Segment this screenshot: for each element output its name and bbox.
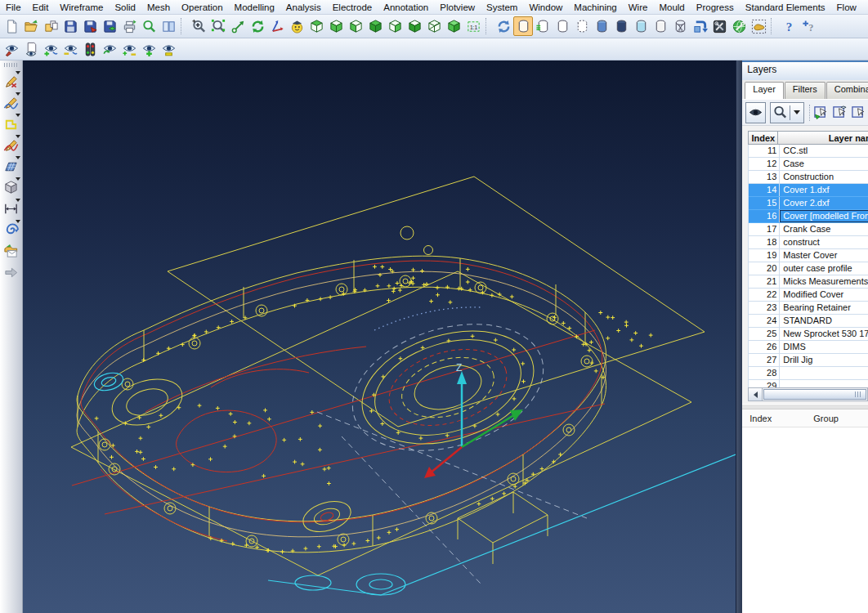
zoom-extents-button[interactable] [228, 16, 248, 36]
sketch-edit-button[interactable] [1, 70, 20, 92]
table-row[interactable]: 16Cover [modelled From [749, 210, 868, 223]
menu-wireframe[interactable]: Wireframe [54, 2, 109, 13]
table-row[interactable]: 17Crank Case [749, 223, 868, 236]
measure-axes-button[interactable] [267, 16, 287, 36]
tab-filters[interactable]: Filters [785, 82, 825, 99]
split-view-button[interactable] [159, 16, 178, 36]
menu-edit[interactable]: Edit [27, 2, 55, 13]
curve-edit-button[interactable] [1, 134, 20, 155]
scrollbar-thumb[interactable] [763, 389, 866, 400]
view-cube-section-button[interactable] [424, 16, 444, 36]
regenerate-button[interactable] [248, 16, 267, 36]
save-solid-button[interactable] [100, 16, 119, 36]
column-header-index[interactable]: Index [748, 131, 778, 145]
menu-electrode[interactable]: Electrode [327, 2, 378, 13]
view-cube-solid-button[interactable] [365, 16, 385, 36]
cylinder-light-button[interactable] [631, 16, 651, 36]
tab-layer[interactable]: Layer [745, 82, 784, 99]
cylinder-dark-button[interactable] [611, 16, 631, 36]
view-cube-bottom-button[interactable] [326, 16, 346, 36]
table-row[interactable]: 26DIMS [749, 341, 868, 354]
table-row[interactable]: 22Modified Cover [749, 289, 868, 302]
surface-grid-button[interactable] [1, 155, 20, 177]
menu-solid[interactable]: Solid [109, 2, 141, 13]
table-row[interactable]: 13Construction [749, 171, 868, 184]
menu-flow[interactable]: Flow [831, 2, 862, 13]
table-row[interactable]: 27Drill Jig [749, 354, 868, 367]
view-cube-left-button[interactable] [346, 16, 365, 36]
menu-file[interactable]: File [0, 2, 27, 13]
menu-mesh[interactable]: Mesh [141, 2, 176, 13]
group-splitter[interactable] [742, 404, 868, 409]
table-row[interactable]: 19Master Cover [749, 249, 868, 262]
panel-splitter[interactable] [736, 60, 742, 613]
tab-combinations[interactable]: Combinations [826, 82, 868, 99]
print-button[interactable] [119, 16, 139, 36]
menu-machining[interactable]: Machining [568, 2, 622, 13]
cylinder-blue-button[interactable] [592, 16, 611, 36]
view-cube-top-button[interactable] [306, 16, 326, 36]
table-row[interactable]: 18construct [749, 236, 868, 249]
folder-send-button[interactable] [1, 240, 20, 262]
cylinder-wireframe-button[interactable] [670, 16, 690, 36]
menu-progress[interactable]: Progress [691, 2, 740, 13]
open-copy-button[interactable] [41, 16, 60, 36]
grab-selection-button[interactable] [749, 16, 768, 36]
zoom-window-button[interactable] [208, 16, 228, 36]
menu-system[interactable]: System [481, 2, 523, 13]
zoom-in-button[interactable] [189, 16, 208, 36]
table-row[interactable]: 24STANDARD [749, 315, 868, 328]
document-eye-button[interactable] [21, 39, 41, 59]
profile-rect-button[interactable] [1, 113, 20, 134]
zoom-1-1-button[interactable]: 1:1 [463, 16, 483, 36]
view-cube-dark-button[interactable] [405, 16, 424, 36]
save-as-button[interactable] [80, 16, 100, 36]
eye-refresh-button[interactable] [100, 39, 119, 59]
select-visible-button[interactable] [832, 103, 848, 123]
swirl-curve-button[interactable] [1, 219, 20, 240]
select-add-button[interactable] [813, 103, 829, 123]
menu-plotview[interactable]: Plotview [434, 2, 481, 13]
eye-minus-button[interactable] [159, 39, 178, 59]
system-tools-button[interactable] [709, 16, 729, 36]
column-header-layer-name[interactable]: Layer name [778, 131, 868, 145]
cylinder-dashed-button[interactable] [572, 16, 592, 36]
eye-remove-link-button[interactable] [60, 39, 80, 59]
web-tools-button[interactable] [729, 16, 749, 36]
group-table-body[interactable] [742, 427, 868, 613]
view-cube-shaded-button[interactable] [444, 16, 463, 36]
toolbar-grip[interactable] [4, 63, 17, 67]
select-filter-button[interactable] [851, 103, 866, 123]
cylinder-list-button[interactable] [533, 16, 553, 36]
menu-standard-elements[interactable]: Standard Elements [740, 2, 831, 13]
table-row[interactable]: 12Case [749, 158, 868, 171]
group-column-group[interactable]: Group [813, 414, 839, 423]
table-row[interactable]: 15Cover 2.dxf [749, 197, 868, 210]
eye-paint-button[interactable] [2, 39, 21, 59]
table-row[interactable]: 11CC.stl [749, 145, 868, 158]
eye-plus-button[interactable] [139, 39, 159, 59]
open-file-button[interactable] [21, 16, 41, 36]
cylinder-plain-button[interactable] [651, 16, 670, 36]
table-row[interactable]: 14Cover 1.dxf [749, 184, 868, 197]
table-row[interactable]: 28 [749, 367, 868, 380]
view-cube-right-button[interactable] [385, 16, 405, 36]
eye-add-link-button[interactable] [41, 39, 60, 59]
preview-button[interactable] [139, 16, 159, 36]
cylinder-current-button[interactable] [513, 16, 533, 36]
zoom-layer-button[interactable] [770, 102, 804, 123]
table-row[interactable]: 29 [749, 380, 868, 387]
table-row[interactable]: 23Bearing Retainer [749, 302, 868, 315]
refresh-view-button[interactable] [494, 16, 513, 36]
cylinder-empty-button[interactable] [553, 16, 572, 36]
scroll-left-button[interactable] [749, 388, 763, 400]
menu-window[interactable]: Window [523, 2, 568, 13]
menu-wire[interactable]: Wire [623, 2, 654, 13]
tool-update-button[interactable] [690, 16, 709, 36]
arrow-forward-button[interactable] [1, 262, 20, 283]
eye-preview-button[interactable] [745, 102, 766, 123]
save-button[interactable] [60, 16, 80, 36]
menu-operation[interactable]: Operation [176, 2, 229, 13]
solid-cube-button[interactable] [1, 177, 20, 198]
group-column-index[interactable]: Index [742, 414, 813, 423]
